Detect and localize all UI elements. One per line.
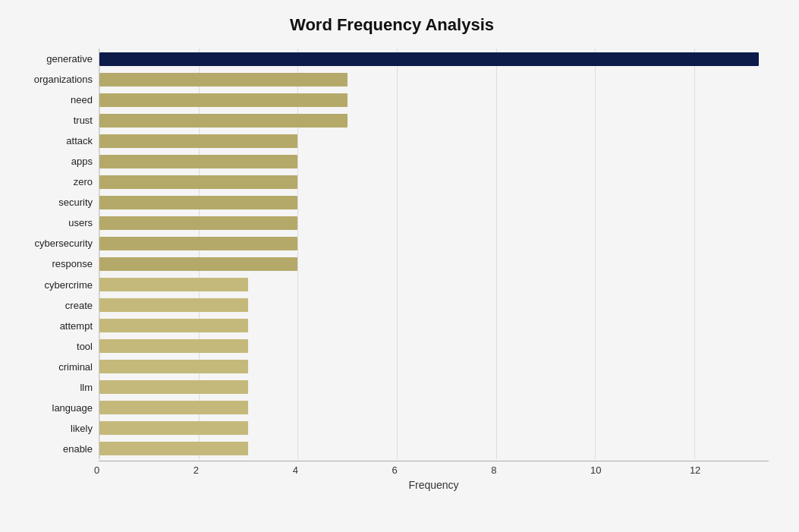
bar-row	[99, 379, 769, 395]
y-label-security: security	[58, 197, 93, 207]
bar-tool	[99, 339, 248, 353]
bar-likely	[99, 421, 248, 435]
x-tick-4: 4	[293, 464, 298, 476]
chart-title: Word Frequency Analysis	[15, 15, 769, 35]
bar-create	[99, 298, 248, 312]
y-label-likely: likely	[71, 423, 93, 433]
y-label-response: response	[52, 259, 93, 269]
bar-enable	[99, 442, 248, 455]
bar-zero	[99, 175, 297, 189]
bar-trust	[99, 114, 348, 127]
bar-row	[99, 420, 769, 436]
y-label-create: create	[65, 301, 93, 310]
y-label-apps: apps	[71, 156, 93, 166]
bar-row	[99, 112, 769, 129]
x-tick-0: 0	[94, 464, 99, 476]
x-tick-12: 12	[690, 464, 700, 476]
bar-row	[99, 153, 769, 170]
bar-organizations	[99, 73, 348, 87]
x-tick-2: 2	[193, 464, 199, 476]
bar-need	[99, 93, 348, 107]
bar-response	[99, 257, 297, 271]
y-label-tool: tool	[77, 342, 93, 351]
bar-row	[99, 399, 769, 416]
y-label-zero: zero	[74, 177, 93, 187]
bar-criminal	[99, 360, 248, 373]
y-labels: generativeorganizationsneedtrustattackap…	[15, 49, 99, 459]
x-axis-label: Frequency	[99, 479, 769, 491]
y-label-generative: generative	[46, 54, 93, 64]
y-label-need: need	[71, 95, 93, 105]
bar-llm	[99, 380, 248, 394]
chart-area: generativeorganizationsneedtrustattackap…	[15, 49, 769, 459]
bar-cybersecurity	[99, 237, 297, 250]
bar-row	[99, 71, 769, 88]
bar-row	[99, 215, 769, 231]
grid-line-4	[297, 49, 298, 459]
y-label-criminal: criminal	[58, 362, 93, 372]
grid-line-8	[496, 49, 497, 459]
bar-attempt	[99, 319, 248, 332]
plot-area	[99, 49, 769, 459]
bar-attack	[99, 134, 297, 148]
x-ticks-row: 024681012	[99, 461, 769, 476]
bar-row	[99, 194, 769, 211]
grid-line-2	[199, 49, 200, 459]
x-tick-8: 8	[491, 464, 496, 476]
bar-row	[99, 92, 769, 109]
bar-generative	[99, 52, 759, 66]
bar-row	[99, 276, 769, 293]
y-label-attack: attack	[66, 136, 93, 146]
bar-row	[99, 174, 769, 190]
y-label-language: language	[52, 403, 93, 413]
grid-line-12	[694, 49, 695, 459]
bar-row	[99, 338, 769, 354]
bar-row	[99, 133, 769, 150]
x-tick-6: 6	[392, 464, 397, 476]
bar-users	[99, 216, 297, 230]
bar-row	[99, 235, 769, 252]
y-label-enable: enable	[63, 444, 93, 454]
y-label-users: users	[68, 218, 93, 228]
y-label-attempt: attempt	[60, 321, 93, 331]
bar-row	[99, 297, 769, 313]
x-tick-10: 10	[590, 464, 601, 476]
bar-row	[99, 256, 769, 272]
y-label-llm: llm	[80, 382, 93, 392]
grid-lines	[99, 49, 769, 459]
y-label-cybersecurity: cybersecurity	[34, 238, 93, 248]
y-label-organizations: organizations	[34, 74, 93, 84]
bar-row	[99, 51, 769, 68]
bar-row	[99, 440, 769, 457]
y-label-trust: trust	[74, 115, 93, 125]
bar-security	[99, 196, 297, 209]
y-label-cybercrime: cybercrime	[44, 280, 93, 290]
grid-line-0	[99, 49, 100, 459]
bar-row	[99, 317, 769, 334]
bar-row	[99, 358, 769, 375]
chart-container: Word Frequency Analysis generativeorgani…	[0, 0, 799, 532]
bar-cybercrime	[99, 278, 248, 291]
bar-apps	[99, 155, 297, 168]
bar-language	[99, 401, 248, 414]
grid-line-6	[397, 49, 398, 459]
grid-line-10	[595, 49, 596, 459]
